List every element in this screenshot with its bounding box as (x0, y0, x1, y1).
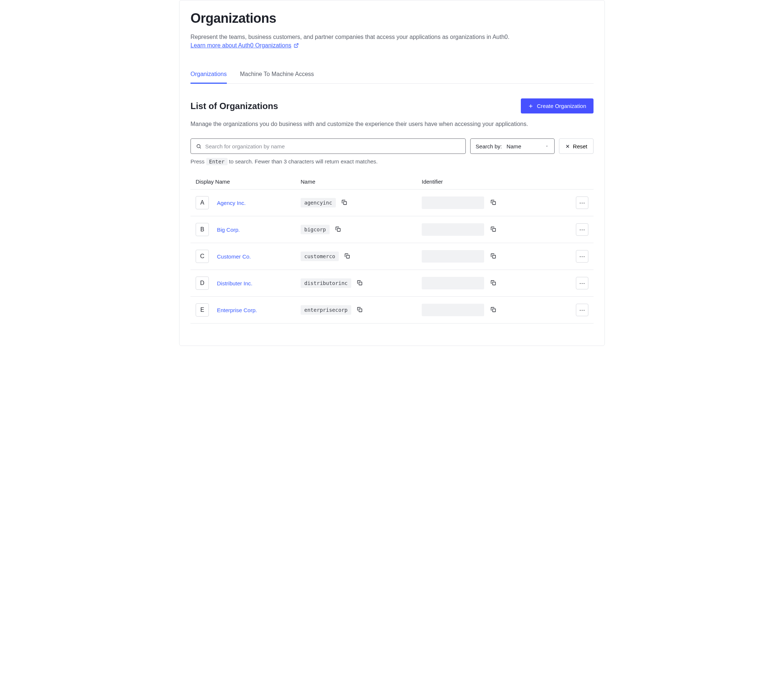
copy-identifier-button[interactable] (489, 252, 497, 260)
search-by-dropdown[interactable]: Search by: Name (470, 139, 554, 154)
row-actions-button[interactable]: ⋯ (576, 196, 588, 209)
row-actions-button[interactable]: ⋯ (576, 277, 588, 289)
close-icon (565, 144, 570, 149)
org-display-link[interactable]: Enterprise Corp. (217, 307, 257, 313)
table-row: AAgency Inc.agencyinc⋯ (191, 189, 593, 216)
svg-rect-12 (492, 255, 496, 258)
copy-identifier-button[interactable] (489, 199, 497, 207)
org-avatar: E (196, 303, 209, 317)
svg-rect-13 (359, 282, 362, 285)
org-avatar: C (196, 250, 209, 263)
col-display-name: Display Name (191, 174, 295, 189)
col-name: Name (295, 174, 417, 189)
copy-icon (357, 307, 363, 314)
org-display-link[interactable]: Customer Co. (217, 253, 251, 260)
org-avatar: D (196, 276, 209, 290)
page-description: Represent the teams, business customers,… (191, 33, 593, 41)
enter-key: Enter (206, 158, 228, 165)
more-icon: ⋯ (579, 199, 585, 206)
learn-more-text: Learn more about Auth0 Organizations (191, 42, 292, 49)
search-hint: Press Enter to search. Fewer than 3 char… (191, 158, 593, 165)
org-name-chip: distributorinc (301, 278, 351, 288)
table-row: BBig Corp.bigcorp⋯ (191, 216, 593, 243)
org-display-link[interactable]: Distributer Inc. (217, 280, 253, 286)
org-name-chip: agencyinc (301, 198, 336, 207)
search-row: Search by: Name Reset (191, 139, 593, 154)
row-actions-button[interactable]: ⋯ (576, 250, 588, 263)
org-identifier-redacted (422, 304, 484, 316)
reset-label: Reset (573, 143, 587, 149)
svg-line-4 (200, 147, 201, 149)
search-box[interactable] (191, 139, 466, 154)
section-header: List of Organizations Create Organizatio… (191, 98, 593, 113)
svg-rect-14 (492, 282, 496, 285)
copy-icon (491, 226, 496, 233)
org-identifier-redacted (422, 223, 484, 236)
org-name-chip: enterprisecorp (301, 305, 351, 315)
search-icon (196, 144, 202, 149)
col-identifier: Identifier (417, 174, 571, 189)
dropdown-label: Search by: (476, 143, 502, 149)
tab-m2m-access[interactable]: Machine To Machine Access (240, 67, 314, 84)
org-name-chip: bigcorp (301, 225, 329, 234)
dropdown-value: Name (507, 143, 521, 149)
org-identifier-redacted (422, 196, 484, 209)
org-identifier-redacted (422, 250, 484, 263)
tabs: Organizations Machine To Machine Access (191, 67, 593, 84)
row-actions-button[interactable]: ⋯ (576, 223, 588, 236)
row-actions-button[interactable]: ⋯ (576, 304, 588, 316)
copy-icon (341, 199, 347, 206)
copy-identifier-button[interactable] (489, 279, 497, 287)
svg-rect-11 (347, 255, 349, 258)
reset-button[interactable]: Reset (559, 139, 593, 154)
org-name-chip: customerco (301, 252, 339, 261)
svg-rect-16 (492, 309, 496, 312)
org-avatar: B (196, 223, 209, 236)
copy-name-button[interactable] (343, 252, 351, 260)
create-organization-button[interactable]: Create Organization (521, 98, 593, 113)
svg-rect-10 (492, 229, 496, 231)
section-description: Manage the organizations you do business… (191, 121, 593, 127)
tab-organizations[interactable]: Organizations (191, 67, 227, 84)
copy-icon (335, 226, 341, 233)
org-display-link[interactable]: Agency Inc. (217, 200, 246, 206)
more-icon: ⋯ (579, 307, 585, 314)
page-frame: Organizations Represent the teams, busin… (179, 0, 605, 346)
table-row: CCustomer Co.customerco⋯ (191, 243, 593, 270)
org-identifier-redacted (422, 277, 484, 289)
copy-icon (491, 307, 496, 314)
copy-identifier-button[interactable] (489, 306, 497, 314)
more-icon: ⋯ (579, 280, 585, 287)
copy-identifier-button[interactable] (489, 225, 497, 234)
more-icon: ⋯ (579, 253, 585, 260)
copy-icon (491, 253, 496, 260)
org-display-link[interactable]: Big Corp. (217, 227, 240, 233)
copy-icon (357, 280, 363, 287)
chevron-down-icon (545, 144, 549, 149)
copy-name-button[interactable] (356, 306, 364, 314)
external-link-icon (293, 43, 299, 48)
svg-rect-8 (492, 202, 496, 204)
svg-rect-9 (337, 229, 340, 231)
copy-name-button[interactable] (356, 279, 364, 287)
col-actions (571, 174, 593, 189)
search-input[interactable] (205, 143, 460, 149)
svg-line-0 (296, 44, 298, 46)
copy-icon (491, 280, 496, 287)
copy-icon (344, 253, 350, 260)
table-row: DDistributer Inc.distributorinc⋯ (191, 270, 593, 297)
plus-icon (528, 104, 533, 109)
section-title: List of Organizations (191, 101, 278, 111)
svg-rect-15 (359, 309, 362, 312)
create-organization-label: Create Organization (537, 103, 586, 109)
copy-icon (491, 199, 496, 206)
svg-point-3 (197, 144, 200, 148)
more-icon: ⋯ (579, 226, 585, 233)
svg-rect-7 (344, 202, 347, 204)
organizations-table: Display Name Name Identifier AAgency Inc… (191, 174, 593, 323)
org-avatar: A (196, 196, 209, 209)
learn-more-link[interactable]: Learn more about Auth0 Organizations (191, 42, 299, 49)
copy-name-button[interactable] (334, 225, 342, 234)
table-row: EEnterprise Corp.enterprisecorp⋯ (191, 297, 593, 323)
copy-name-button[interactable] (340, 199, 348, 207)
